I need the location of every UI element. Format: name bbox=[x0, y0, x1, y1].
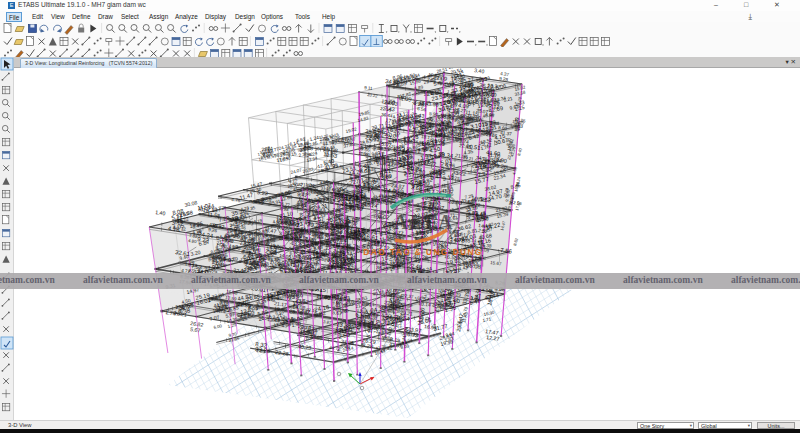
svg-text:6.00: 6.00 bbox=[213, 323, 223, 330]
svg-text:1.78: 1.78 bbox=[165, 309, 176, 316]
svg-text:1.71: 1.71 bbox=[482, 316, 492, 323]
svg-text:22.28: 22.28 bbox=[275, 349, 289, 357]
svg-text:12.27: 12.27 bbox=[486, 334, 500, 342]
svg-text:7.12: 7.12 bbox=[386, 326, 393, 336]
svg-text:1.80: 1.80 bbox=[256, 348, 266, 354]
svg-text:DAO TAO & UNG DUNG: DAO TAO & UNG DUNG bbox=[363, 247, 483, 257]
svg-text:8.62: 8.62 bbox=[512, 237, 519, 247]
svg-text:9.11: 9.11 bbox=[364, 85, 374, 91]
svg-text:8.16: 8.16 bbox=[198, 206, 209, 213]
svg-text:4.78: 4.78 bbox=[231, 197, 241, 203]
svg-text:1.40: 1.40 bbox=[155, 209, 166, 216]
svg-text:3.40: 3.40 bbox=[474, 67, 485, 74]
svg-text:4.55: 4.55 bbox=[511, 166, 518, 176]
svg-text:10.17: 10.17 bbox=[258, 155, 270, 162]
svg-text:30.08: 30.08 bbox=[184, 199, 198, 208]
svg-text:5.67: 5.67 bbox=[190, 326, 201, 333]
svg-text:4.53: 4.53 bbox=[397, 313, 405, 324]
svg-text:8.40: 8.40 bbox=[516, 147, 523, 157]
svg-text:8.29: 8.29 bbox=[362, 342, 373, 349]
svg-text:9.15: 9.15 bbox=[287, 151, 297, 158]
svg-text:1.29: 1.29 bbox=[227, 322, 237, 329]
svg-text:24.07: 24.07 bbox=[290, 167, 303, 175]
